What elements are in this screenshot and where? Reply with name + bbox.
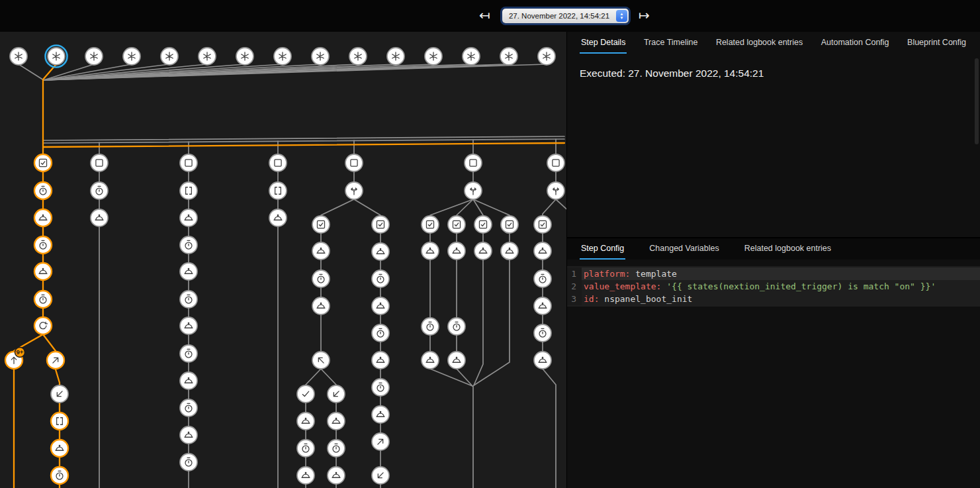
node-timer[interactable] xyxy=(180,345,197,362)
tab-changed-variables[interactable]: Changed Variables xyxy=(648,238,720,260)
node-timer[interactable] xyxy=(34,291,52,308)
node-asterisk[interactable] xyxy=(46,46,67,68)
trace-run-select[interactable]: 27. November 2022, 14:54:21 ▲ ▼ xyxy=(502,9,629,23)
node-timer[interactable] xyxy=(91,182,108,199)
node-asterisk[interactable] xyxy=(10,48,27,65)
node-bell[interactable] xyxy=(269,209,287,226)
node-bell[interactable] xyxy=(34,263,52,280)
node-asterisk[interactable] xyxy=(236,48,253,65)
node-asterisk[interactable] xyxy=(500,48,517,65)
node-split[interactable] xyxy=(547,182,564,199)
node-square[interactable] xyxy=(180,154,197,171)
node-asterisk[interactable] xyxy=(312,48,329,65)
node-brackets[interactable] xyxy=(51,413,68,430)
node-asterisk[interactable] xyxy=(199,48,216,65)
node-timer[interactable] xyxy=(51,467,68,484)
node-bell[interactable] xyxy=(534,242,551,260)
node-bell[interactable] xyxy=(91,209,108,226)
node-timer[interactable] xyxy=(180,236,197,254)
node-asterisk[interactable] xyxy=(463,48,480,65)
node-arrow-down-left[interactable] xyxy=(372,467,389,484)
node-arrow-down-left[interactable] xyxy=(328,385,345,403)
node-bell[interactable] xyxy=(328,467,345,484)
node-bell[interactable] xyxy=(297,467,314,484)
panel-scrollbar[interactable] xyxy=(975,58,979,144)
node-timer[interactable] xyxy=(297,440,314,457)
node-asterisk[interactable] xyxy=(161,48,178,65)
node-asterisk[interactable] xyxy=(274,48,291,65)
node-timer[interactable] xyxy=(180,291,197,308)
node-square[interactable] xyxy=(465,154,482,171)
node-bell[interactable] xyxy=(180,317,197,334)
node-square[interactable] xyxy=(345,154,363,171)
tab-related-logbook-entries[interactable]: Related logbook entries xyxy=(743,238,832,260)
tab-blueprint-config[interactable]: Blueprint Config xyxy=(906,32,967,54)
node-bell[interactable] xyxy=(534,352,551,369)
node-bell[interactable] xyxy=(180,209,197,226)
tab-related-logbook-entries[interactable]: Related logbook entries xyxy=(715,32,804,54)
node-checkbox[interactable] xyxy=(422,216,439,233)
node-arrow-up-right[interactable] xyxy=(372,433,389,450)
node-square[interactable] xyxy=(91,154,108,171)
node-bell[interactable] xyxy=(422,352,439,369)
previous-run-arrow-icon[interactable]: ↤ xyxy=(479,9,490,22)
node-bell[interactable] xyxy=(51,440,68,457)
node-checkbox[interactable] xyxy=(372,216,389,233)
node-timer[interactable] xyxy=(180,454,197,471)
node-bell[interactable] xyxy=(474,242,492,260)
node-brackets[interactable] xyxy=(180,182,197,199)
node-split[interactable] xyxy=(345,182,363,199)
node-check[interactable] xyxy=(297,385,314,403)
node-asterisk[interactable] xyxy=(425,48,442,65)
node-checkbox[interactable] xyxy=(34,154,52,171)
node-timer[interactable] xyxy=(328,440,345,457)
tab-automation-config[interactable]: Automation Config xyxy=(820,32,891,54)
node-arrow-up-left[interactable] xyxy=(312,352,330,369)
node-bell[interactable] xyxy=(372,243,389,260)
node-square[interactable] xyxy=(547,154,564,171)
node-timer[interactable] xyxy=(422,318,439,335)
node-refresh[interactable] xyxy=(34,317,52,334)
node-square[interactable] xyxy=(269,154,287,171)
node-asterisk[interactable] xyxy=(123,48,140,65)
node-bell[interactable] xyxy=(372,406,389,423)
node-bell[interactable] xyxy=(501,242,518,260)
node-timer[interactable] xyxy=(372,379,389,396)
node-bell[interactable] xyxy=(180,372,197,389)
node-arrow-up-right[interactable] xyxy=(47,352,64,369)
tab-step-config[interactable]: Step Config xyxy=(580,238,625,260)
node-checkbox[interactable] xyxy=(474,216,492,233)
node-timer[interactable] xyxy=(312,270,330,287)
node-bell[interactable] xyxy=(422,242,439,260)
tab-step-details[interactable]: Step Details xyxy=(580,32,627,54)
node-bell[interactable] xyxy=(448,242,465,260)
node-bell[interactable] xyxy=(448,352,465,369)
node-timer[interactable] xyxy=(34,182,52,199)
node-brackets[interactable] xyxy=(269,182,287,199)
node-timer[interactable] xyxy=(534,270,551,287)
node-checkbox[interactable] xyxy=(534,216,551,233)
node-asterisk[interactable] xyxy=(538,48,555,65)
node-checkbox[interactable] xyxy=(501,216,518,233)
node-bell[interactable] xyxy=(372,352,389,369)
node-timer[interactable] xyxy=(372,324,389,342)
node-arrow-down-left[interactable] xyxy=(51,385,68,403)
node-bell[interactable] xyxy=(180,426,197,444)
node-asterisk[interactable] xyxy=(387,48,404,65)
node-bell[interactable] xyxy=(328,413,345,430)
node-arrow-up[interactable]: 9+ xyxy=(5,348,25,369)
node-bell[interactable] xyxy=(312,242,330,260)
node-timer[interactable] xyxy=(448,318,465,335)
node-asterisk[interactable] xyxy=(349,48,367,65)
node-bell[interactable] xyxy=(312,297,330,315)
node-split[interactable] xyxy=(465,182,482,199)
tab-trace-timeline[interactable]: Trace Timeline xyxy=(643,32,699,54)
node-asterisk[interactable] xyxy=(85,48,103,65)
node-checkbox[interactable] xyxy=(448,216,465,233)
node-checkbox[interactable] xyxy=(312,216,330,233)
node-bell[interactable] xyxy=(372,297,389,315)
node-timer[interactable] xyxy=(372,270,389,287)
next-run-arrow-icon[interactable]: ↦ xyxy=(639,9,650,22)
node-bell[interactable] xyxy=(180,263,197,280)
node-bell[interactable] xyxy=(34,209,52,226)
